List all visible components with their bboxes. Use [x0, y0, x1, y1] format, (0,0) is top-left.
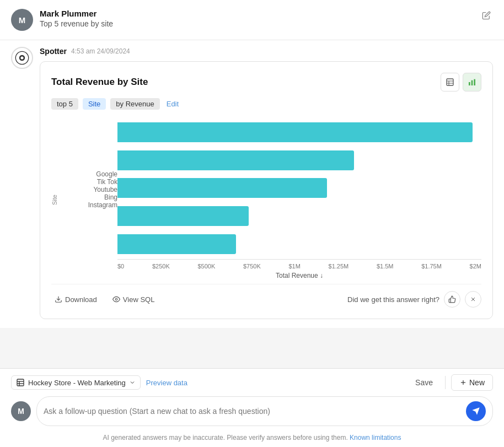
edit-filters-link[interactable]: Edit — [167, 100, 179, 108]
x-label-2m: $2M — [470, 263, 481, 270]
spotter-meta: Spotter 4:53 am 24/09/2024 — [40, 47, 493, 56]
view-sql-button[interactable]: View SQL — [109, 293, 158, 306]
x-label-125m: $1.25M — [329, 263, 349, 270]
bar-bing — [117, 206, 249, 226]
svg-rect-3 — [447, 79, 453, 85]
table-grid-icon — [16, 378, 25, 387]
database-selector[interactable]: Hockey Store - Web Marketing — [11, 375, 141, 390]
download-icon — [55, 295, 62, 303]
new-button[interactable]: New — [451, 374, 493, 391]
plus-icon — [459, 379, 467, 386]
bar-row-bing — [117, 204, 481, 228]
y-label-instagram: Instagram — [88, 201, 117, 209]
bottom-actions: Save New — [409, 374, 493, 391]
chart-footer-right: Did we get this answer right? — [347, 291, 481, 308]
user-message-content: Mark Plummer Top 5 revenue by site — [40, 9, 473, 28]
chart-card: Total Revenue by Site — [40, 61, 493, 319]
new-label: New — [469, 378, 485, 387]
svg-point-11 — [115, 298, 117, 300]
save-button[interactable]: Save — [409, 375, 439, 390]
x-label-1m: $1M — [288, 263, 300, 270]
bar-google — [117, 122, 473, 142]
bar-row-google — [117, 120, 481, 144]
spotter-message: Spotter 4:53 am 24/09/2024 Total Revenue… — [0, 40, 504, 328]
thumbs-up-button[interactable] — [444, 291, 460, 308]
spotter-content: Spotter 4:53 am 24/09/2024 Total Revenue… — [40, 47, 493, 321]
x-label-250k: $250K — [152, 263, 170, 270]
bar-youtube — [117, 178, 327, 198]
filter-top5: top 5 — [51, 98, 78, 110]
feedback-question: Did we get this answer right? — [347, 295, 439, 304]
chart-view-icons — [441, 73, 481, 91]
bars-wrapper — [117, 120, 481, 259]
filter-site: Site — [83, 98, 106, 110]
x-label-500k: $500K — [197, 263, 215, 270]
x-label-175m: $1.75M — [421, 263, 442, 270]
chevron-down-icon — [129, 379, 136, 386]
chart-footer: Download View SQL Did we get this answer… — [51, 284, 481, 308]
bar-row-instagram — [117, 232, 481, 256]
pencil-icon — [482, 11, 491, 20]
close-feedback-button[interactable] — [465, 291, 481, 308]
spotter-logo-icon — [15, 51, 29, 65]
download-label: Download — [65, 295, 97, 304]
bar-row-tiktok — [117, 148, 481, 173]
y-label-tiktok: Tik Tok — [97, 178, 117, 186]
eye-icon — [112, 295, 120, 303]
close-icon — [470, 296, 476, 303]
x-label-750k: $750K — [243, 263, 261, 270]
preview-data-link[interactable]: Preview data — [146, 379, 187, 387]
bar-chart-icon — [468, 78, 476, 87]
input-wrapper — [36, 396, 493, 426]
table-icon — [446, 78, 454, 87]
send-button[interactable] — [466, 401, 486, 421]
send-icon — [471, 407, 480, 416]
download-button[interactable]: Download — [51, 293, 100, 306]
svg-point-2 — [20, 56, 23, 59]
user-message: M Mark Plummer Top 5 revenue by site — [0, 0, 504, 40]
x-label-15m: $1.5M — [377, 263, 394, 270]
y-label-bing: Bing — [104, 193, 117, 201]
edit-message-button[interactable] — [480, 9, 493, 24]
chart-area: $0 $250K $500K $750K $1M $1.25M $1.5M $1… — [117, 120, 481, 279]
bar-row-youtube — [117, 176, 481, 200]
x-label-0: $0 — [117, 263, 124, 270]
chat-input[interactable] — [44, 407, 463, 416]
x-axis-title: Total Revenue ↓ — [117, 272, 481, 279]
thumbs-up-icon — [448, 295, 456, 303]
spotter-time: 4:53 am 24/09/2024 — [71, 47, 130, 55]
bar-tiktok — [117, 150, 354, 170]
svg-rect-9 — [474, 79, 475, 85]
spotter-avatar — [11, 47, 33, 69]
y-labels: Google Tik Tok Youtube Bing Instagram — [60, 170, 117, 229]
bar-chart: Site Google Tik Tok Youtube Bing Instagr… — [51, 120, 481, 279]
database-name: Hockey Store - Web Marketing — [28, 379, 126, 387]
known-limitations-link[interactable]: Known limitations — [350, 434, 401, 441]
chart-header: Total Revenue by Site — [51, 73, 481, 91]
user-avatar: M — [11, 9, 33, 31]
input-area: M — [0, 396, 504, 430]
filter-by-revenue: by Revenue — [110, 98, 159, 110]
y-axis-title: Site — [51, 195, 58, 205]
view-sql-label: View SQL — [123, 295, 155, 304]
chart-title: Total Revenue by Site — [51, 77, 148, 88]
svg-rect-14 — [17, 379, 24, 386]
input-avatar: M — [11, 401, 31, 421]
user-name: Mark Plummer — [40, 9, 473, 18]
user-query: Top 5 revenue by site — [40, 19, 473, 28]
spotter-name: Spotter — [40, 47, 67, 56]
table-view-button[interactable] — [441, 73, 459, 91]
x-axis: $0 $250K $500K $750K $1M $1.25M $1.5M $1… — [117, 259, 481, 270]
bottom-bar: Hockey Store - Web Marketing Preview dat… — [0, 368, 504, 396]
footer-note: AI generated answers may be inaccurate. … — [0, 430, 504, 447]
divider-vertical — [445, 376, 446, 389]
chart-filters: top 5 Site by Revenue Edit — [51, 98, 481, 110]
y-label-google: Google — [96, 170, 117, 178]
chart-footer-left: Download View SQL — [51, 293, 158, 306]
bar-instagram — [117, 234, 236, 254]
chart-view-button[interactable] — [463, 73, 481, 91]
footer-note-text: AI generated answers may be inaccurate. … — [103, 434, 348, 441]
svg-rect-8 — [471, 80, 473, 85]
svg-rect-7 — [469, 82, 470, 85]
y-label-youtube: Youtube — [93, 186, 117, 193]
